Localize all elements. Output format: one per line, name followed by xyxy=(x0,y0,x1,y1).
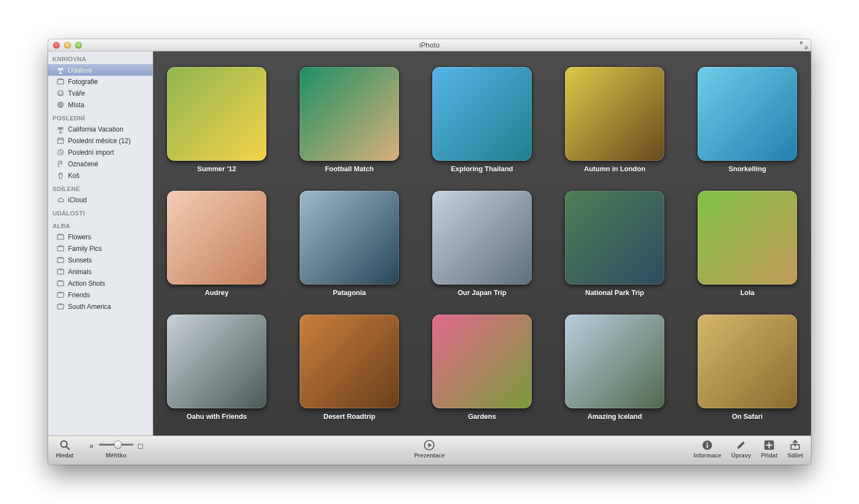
stack-icon xyxy=(56,244,65,253)
event-thumbnail xyxy=(432,67,532,161)
sidebar-item-label: Action Shots xyxy=(68,280,105,287)
event-lola[interactable]: Lola xyxy=(698,191,797,297)
event-label: Oahu with Friends xyxy=(186,413,247,421)
zoom-slider-knob[interactable] xyxy=(114,441,122,448)
add-label: Přidat xyxy=(761,452,778,459)
globe-icon xyxy=(56,101,65,109)
face-icon xyxy=(56,89,65,98)
event-exploring-thailand[interactable]: Exploring Thailand xyxy=(432,67,532,173)
event-label: Snorkelling xyxy=(729,165,766,173)
sidebar-item-south-america[interactable]: South America xyxy=(48,301,153,312)
sidebar-item-label: Události xyxy=(68,66,92,74)
stack-icon xyxy=(56,267,65,276)
share-button[interactable]: Sdílet xyxy=(787,439,803,459)
zoom-slider[interactable] xyxy=(99,444,133,446)
app-window: iPhoto KNIHOVNAUdálostiFotografieTvářeMí… xyxy=(48,39,811,465)
sidebar-section-heading: UDÁLOSTI xyxy=(48,206,153,218)
event-label: Gardens xyxy=(468,413,496,421)
event-on-safari[interactable]: On Safari xyxy=(698,314,797,421)
event-summer-12[interactable]: Summer '12 xyxy=(167,67,266,173)
sidebar-item-label: Fotografie xyxy=(68,78,98,86)
event-our-japan-trip[interactable]: Our Japan Trip xyxy=(432,191,532,297)
event-label: Autumn in London xyxy=(584,165,645,173)
content-area[interactable]: Summer '12Football MatchExploring Thaila… xyxy=(153,51,811,435)
app-body: KNIHOVNAUdálostiFotografieTvářeMístaPOSL… xyxy=(48,51,811,436)
sidebar-item-m-sta[interactable]: Místa xyxy=(48,99,153,111)
event-snorkelling[interactable]: Snorkelling xyxy=(698,67,797,173)
slideshow-button[interactable]: Prezentace xyxy=(414,439,444,459)
slideshow-label: Prezentace xyxy=(414,452,444,459)
event-national-park-trip[interactable]: National Park Trip xyxy=(565,191,664,297)
share-icon xyxy=(789,439,802,451)
info-button[interactable]: Informace xyxy=(694,439,721,459)
zoom-in-icon[interactable] xyxy=(137,442,144,448)
search-button[interactable]: Hledat xyxy=(56,439,74,459)
event-oahu-with-friends[interactable]: Oahu with Friends xyxy=(167,314,266,421)
event-patagonia[interactable]: Patagonia xyxy=(300,191,399,297)
stack-icon xyxy=(56,256,65,265)
sidebar-item-flowers[interactable]: Flowers xyxy=(48,231,153,243)
minimize-button[interactable] xyxy=(64,42,71,49)
sidebar-item-fotografie[interactable]: Fotografie xyxy=(48,76,153,87)
sidebar-item-animals[interactable]: Animals xyxy=(48,266,153,277)
titlebar[interactable]: iPhoto xyxy=(48,39,811,51)
zoom-out-icon[interactable] xyxy=(88,442,96,448)
event-thumbnail xyxy=(167,191,266,285)
sidebar-item-posledn-import[interactable]: Poslední import xyxy=(48,146,153,158)
edit-label: Úpravy xyxy=(731,452,751,459)
stack-icon xyxy=(56,279,65,288)
event-gardens[interactable]: Gardens xyxy=(432,314,532,421)
event-thumbnail xyxy=(565,191,664,285)
event-autumn-in-london[interactable]: Autumn in London xyxy=(565,67,664,173)
palm-icon xyxy=(56,66,65,75)
event-amazing-iceland[interactable]: Amazing Iceland xyxy=(565,314,664,421)
add-button[interactable]: Přidat xyxy=(761,439,778,459)
zoom-label: Měřítko xyxy=(106,452,126,459)
event-football-match[interactable]: Football Match xyxy=(300,67,399,173)
share-label: Sdílet xyxy=(787,452,803,459)
event-thumbnail xyxy=(432,191,532,285)
event-thumbnail xyxy=(167,314,266,408)
sidebar-item-ozna-en-[interactable]: Označené xyxy=(48,158,153,170)
sidebar-item-ko-[interactable]: Koš xyxy=(48,170,153,181)
events-grid: Summer '12Football MatchExploring Thaila… xyxy=(163,67,801,421)
sidebar-item-friends[interactable]: Friends xyxy=(48,289,153,301)
event-thumbnail xyxy=(698,191,797,285)
sidebar-section-heading: ALBA xyxy=(48,218,153,231)
event-label: Our Japan Trip xyxy=(458,289,506,297)
sidebar-item-sunsets[interactable]: Sunsets xyxy=(48,254,153,266)
event-audrey[interactable]: Audrey xyxy=(167,191,266,297)
sidebar-item-california-vacation[interactable]: California Vacation xyxy=(48,123,153,135)
fullscreen-button[interactable] xyxy=(800,41,808,49)
edit-button[interactable]: Úpravy xyxy=(731,439,751,459)
stack-icon xyxy=(56,291,65,300)
trash-icon xyxy=(56,171,65,180)
event-label: Amazing Iceland xyxy=(588,413,642,421)
sidebar-item-icloud[interactable]: iCloud xyxy=(48,194,153,206)
sidebar-item-label: Friends xyxy=(68,291,90,299)
event-label: Patagonia xyxy=(333,289,366,297)
sidebar-item-label: California Vacation xyxy=(68,125,123,133)
sidebar-item-action-shots[interactable]: Action Shots xyxy=(48,277,153,289)
sidebar-item-label: Flowers xyxy=(68,233,91,241)
sidebar-item-label: Koš xyxy=(68,172,80,180)
sidebar-item-label: Animals xyxy=(68,268,92,276)
zoom-button[interactable] xyxy=(75,42,82,49)
sidebar-section-heading: KNIHOVNA xyxy=(48,51,153,64)
sidebar-item-label: Poslední import xyxy=(68,149,114,156)
sidebar-item-label: Označené xyxy=(68,160,98,168)
close-button[interactable] xyxy=(53,42,60,49)
event-label: Audrey xyxy=(205,289,228,297)
event-thumbnail xyxy=(565,314,664,408)
event-label: On Safari xyxy=(732,413,763,421)
event-desert-roadtrip[interactable]: Desert Roadtrip xyxy=(300,314,399,421)
sidebar-item-tv-e[interactable]: Tváře xyxy=(48,87,153,99)
sidebar-section-heading: SDÍLENÉ xyxy=(48,181,153,194)
stack-icon xyxy=(56,77,65,86)
sidebar-item-ud-losti[interactable]: Události xyxy=(48,64,153,76)
sidebar-item-label: Sunsets xyxy=(68,256,92,264)
sidebar[interactable]: KNIHOVNAUdálostiFotografieTvářeMístaPOSL… xyxy=(48,51,153,435)
sidebar-item-posledn-m-s-ce-12-[interactable]: Poslední měsíce (12) xyxy=(48,135,153,146)
sidebar-item-family-pics[interactable]: Family Pics xyxy=(48,243,153,254)
sidebar-item-label: Tváře xyxy=(68,90,85,97)
